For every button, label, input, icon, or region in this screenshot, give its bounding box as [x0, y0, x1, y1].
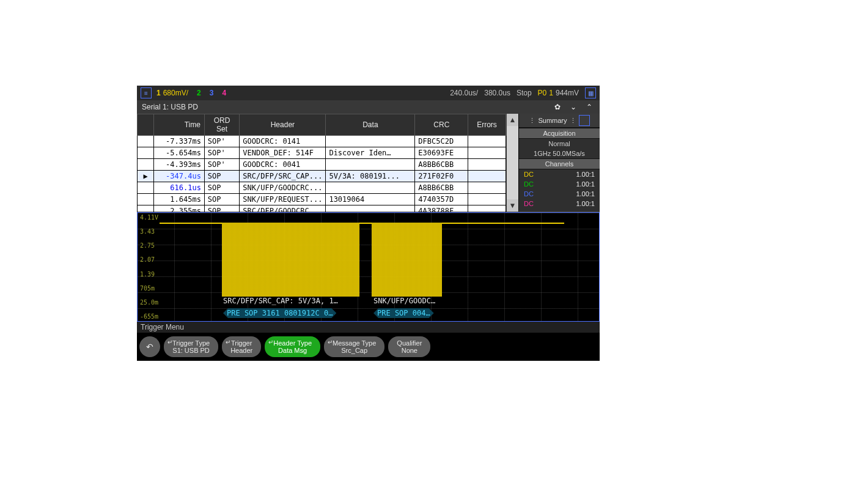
channel-ratio: 1.00:1 — [576, 171, 595, 178]
cell-errors — [468, 159, 506, 171]
cell-crc: E30693FE — [415, 147, 468, 159]
summary-tab[interactable]: Summary — [538, 117, 567, 124]
acquisition-header[interactable]: Acquisition — [519, 128, 600, 139]
softkey-value: Header — [230, 347, 252, 354]
channel-readout[interactable]: 2 — [197, 89, 201, 97]
softkey-title: Header Type — [273, 339, 312, 347]
back-button[interactable]: ↶ — [139, 336, 160, 357]
cell-ord: SOP — [204, 194, 240, 205]
waveform-trace — [160, 223, 222, 224]
cell-ord: SOP' — [204, 147, 240, 159]
handle-icon[interactable]: ⋮ — [570, 117, 576, 125]
table-row[interactable]: ▶-347.4usSOPSRC/DFP/SRC_CAP...5V/3A: 080… — [138, 171, 506, 182]
channel-readouts: 1680mV/234 — [156, 89, 226, 97]
scroll-down-icon[interactable]: ▼ — [507, 199, 518, 212]
y-tick: 25.0m — [140, 299, 158, 306]
table-row[interactable]: 616.1usSOPSNK/UFP/GOODCRC...A8BB6CBB — [138, 182, 506, 194]
softkey-value: Data Msg — [278, 347, 307, 354]
collapse-up-icon[interactable]: ⌃ — [584, 102, 595, 113]
collapse-down-icon[interactable]: ⌄ — [568, 102, 579, 113]
decode-table: Time ORD Set Header Data CRC Errors -7.3… — [137, 114, 506, 217]
serial-title: Serial 1: USB PD — [142, 103, 198, 111]
cell-data — [326, 182, 415, 194]
waveform-burst-1 — [222, 223, 359, 297]
trigger-softkey[interactable]: QualifierNone — [388, 336, 430, 357]
trigger-marker-icon — [138, 136, 154, 147]
cell-crc: 271F02F0 — [415, 171, 468, 182]
y-axis-ticks: 4.11V3.432.752.071.39705m25.0m-655m — [140, 214, 158, 320]
channels-header[interactable]: Channels — [519, 158, 600, 169]
top-status-bar: ≡ 1680mV/234 240.0us/ 380.0us Stop P0 1 … — [137, 86, 600, 100]
cell-crc: 4740357D — [415, 194, 468, 205]
po-num: 1 — [549, 89, 553, 97]
channel-readout[interactable]: 1680mV/ — [156, 89, 188, 97]
channel-number: 4 — [222, 89, 226, 97]
col-header[interactable]: Header — [240, 114, 326, 136]
trigger-marker-icon: ▶ — [138, 171, 154, 182]
channel-ratio: 1.00:1 — [576, 200, 595, 207]
cell-data: 13019064 — [326, 194, 415, 205]
horizontal-delay[interactable]: 380.0us — [484, 89, 510, 97]
col-data[interactable]: Data — [326, 114, 415, 136]
y-tick: 705m — [140, 285, 158, 292]
cell-ord: SOP' — [204, 159, 240, 171]
col-crc[interactable]: CRC — [415, 114, 468, 136]
channel-coupling: DC — [524, 180, 534, 188]
y-tick: 2.75 — [140, 242, 158, 249]
col-ord[interactable]: ORD Set — [204, 114, 240, 136]
trigger-marker-icon — [138, 182, 154, 194]
cell-time: 1.645ms — [154, 194, 205, 205]
cell-errors — [468, 194, 506, 205]
trigger-menu-title: Trigger Menu — [137, 322, 600, 333]
table-row[interactable]: -7.337msSOP'GOODCRC: 0141DFBC5C2D — [138, 136, 506, 147]
channel-scale: 680mV/ — [163, 89, 188, 97]
timebase[interactable]: 240.0us/ — [450, 89, 478, 97]
channel-summary-row[interactable]: DC1.00:1 — [519, 179, 600, 189]
channel-readout[interactable]: 4 — [222, 89, 226, 97]
return-icon: ↵ — [328, 339, 333, 346]
softkey-title: Trigger — [231, 339, 252, 347]
return-icon: ↵ — [167, 339, 172, 346]
decode-hex-1: PRE SOP 3161 0801912C 0… — [223, 308, 334, 319]
table-row[interactable]: 1.645msSOPSNK/UFP/REQUEST...130190644740… — [138, 194, 506, 205]
table-row[interactable]: -4.393msSOP'GOODCRC: 0041A8BB6CBB — [138, 159, 506, 171]
table-scrollbar[interactable]: ▲ ▼ — [506, 114, 518, 212]
channel-summary-row[interactable]: DC1.00:1 — [519, 199, 600, 209]
channel-summary-row[interactable]: DC1.00:1 — [519, 189, 600, 199]
col-errors[interactable]: Errors — [468, 114, 506, 136]
summary-grid-icon[interactable] — [579, 115, 590, 126]
menu-icon[interactable]: ≡ — [141, 87, 152, 98]
channel-coupling: DC — [524, 171, 534, 178]
channel-summary-row[interactable]: DC1.00:1 — [519, 169, 600, 179]
waveform-display[interactable]: 4.11V3.432.752.071.39705m25.0m-655m SRC/… — [137, 212, 600, 322]
y-tick: -655m — [140, 313, 158, 320]
y-tick: 3.43 — [140, 228, 158, 235]
channel-number: 3 — [210, 89, 214, 97]
scroll-up-icon[interactable]: ▲ — [507, 114, 518, 126]
softkey-value: Src_Cap — [341, 347, 367, 354]
gear-icon[interactable]: ✿ — [552, 102, 563, 113]
channel-readout[interactable]: 3 — [210, 89, 214, 97]
waveform-label-1: SRC/DFP/SRC_CAP: 5V/3A, 1… — [223, 297, 338, 305]
return-icon: ↵ — [226, 339, 230, 346]
table-row[interactable]: -5.654msSOP'VENDOR_DEF: 514FDiscover Ide… — [138, 147, 506, 159]
trigger-softkey[interactable]: ↵TriggerHeader — [222, 336, 261, 357]
handle-icon[interactable]: ⋮ — [529, 117, 535, 125]
grid-icon[interactable]: ▦ — [585, 87, 596, 98]
trigger-level[interactable]: 944mV — [556, 89, 579, 97]
col-time[interactable]: Time — [154, 114, 205, 136]
y-tick: 2.07 — [140, 256, 158, 263]
cell-data: 5V/3A: 080191... — [326, 171, 415, 182]
trigger-softkey[interactable]: ↵Message TypeSrc_Cap — [324, 336, 384, 357]
run-state[interactable]: Stop — [517, 89, 532, 97]
cell-ord: SOP' — [204, 136, 240, 147]
trigger-softkey[interactable]: ↵Header TypeData Msg — [265, 336, 320, 357]
cell-errors — [468, 147, 506, 159]
trigger-softkey[interactable]: ↵Trigger TypeS1: USB PD — [164, 336, 218, 357]
scroll-track[interactable] — [507, 126, 518, 199]
waveform-label-2: SNK/UFP/GOODC… — [373, 297, 435, 305]
cell-crc: DFBC5C2D — [415, 136, 468, 147]
cell-time: -7.337ms — [154, 136, 205, 147]
channel-ratio: 1.00:1 — [576, 190, 595, 198]
trigger-marker-icon — [138, 159, 154, 171]
